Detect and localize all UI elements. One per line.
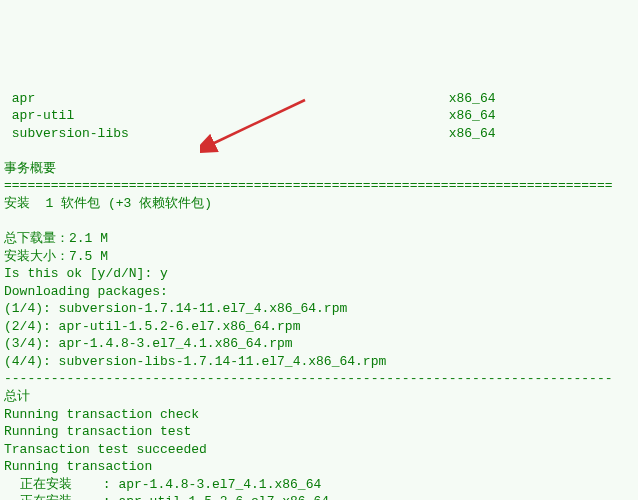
dep-row-arch: x86_64 xyxy=(35,91,495,106)
downloading-label: Downloading packages: xyxy=(4,284,168,299)
divider: ========================================… xyxy=(4,178,613,193)
download-size-label: 总下载量： xyxy=(4,231,69,246)
dep-row-arch: x86_64 xyxy=(129,126,496,141)
package-line: (3/4): apr-1.4.8-3.el7_4.1.x86_64.rpm xyxy=(4,336,293,351)
package-line: (1/4): subversion-1.7.14-11.el7_4.x86_64… xyxy=(4,301,347,316)
tx-test-ok: Transaction test succeeded xyxy=(4,442,207,457)
tx-test: Running transaction test xyxy=(4,424,191,439)
terminal-output: apr x86_64 apr-util x86_64 subversion-li… xyxy=(0,70,638,500)
tx-run: Running transaction xyxy=(4,459,152,474)
divider-dash: ----------------------------------------… xyxy=(4,371,613,386)
confirm-answer[interactable]: y xyxy=(160,266,168,281)
dep-row-pkg: subversion-libs xyxy=(4,126,129,141)
tx-check: Running transaction check xyxy=(4,407,199,422)
confirm-prompt: Is this ok [y/d/N]: xyxy=(4,266,160,281)
download-size-value: 2.1 M xyxy=(69,231,108,246)
install-size-value: 7.5 M xyxy=(69,249,108,264)
dep-row-pkg: apr-util xyxy=(4,108,74,123)
package-line: (4/4): subversion-libs-1.7.14-11.el7_4.x… xyxy=(4,354,386,369)
install-step: 正在安装 : apr-util-1.5.2-6.el7.x86_64 xyxy=(4,494,329,500)
install-step: 正在安装 : apr-1.4.8-3.el7_4.1.x86_64 xyxy=(4,477,321,492)
package-line: (2/4): apr-util-1.5.2-6.el7.x86_64.rpm xyxy=(4,319,300,334)
section-title: 事务概要 xyxy=(4,161,56,176)
install-summary: 安装 1 软件包 (+3 依赖软件包) xyxy=(4,196,212,211)
install-size-label: 安装大小： xyxy=(4,249,69,264)
total-label: 总计 xyxy=(4,389,30,404)
dep-row-arch: x86_64 xyxy=(74,108,495,123)
dep-row-pkg: apr xyxy=(4,91,35,106)
